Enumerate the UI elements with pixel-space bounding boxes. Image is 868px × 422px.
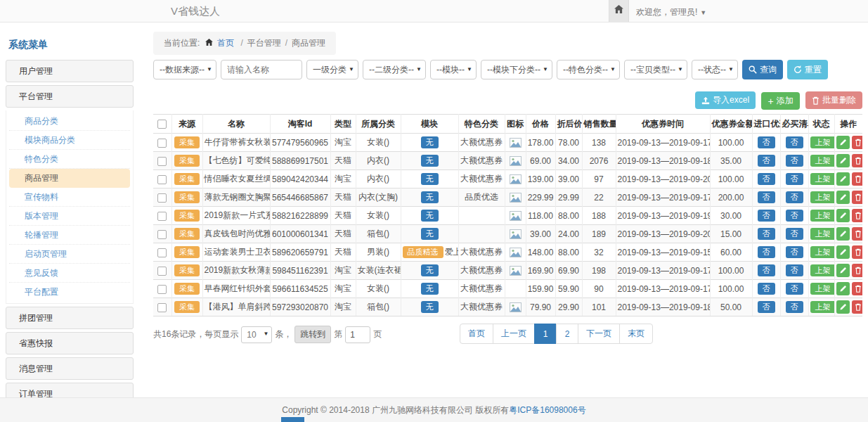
- import-select-badge[interactable]: 否: [758, 301, 775, 313]
- status-badge[interactable]: 上架: [810, 210, 835, 222]
- must-buy-badge[interactable]: 否: [786, 191, 803, 203]
- status-badge[interactable]: 上架: [810, 283, 835, 295]
- import-select-badge[interactable]: 否: [758, 210, 775, 222]
- delete-button[interactable]: [852, 172, 863, 186]
- status-badge[interactable]: 上架: [810, 173, 835, 185]
- must-buy-badge[interactable]: 否: [786, 283, 803, 295]
- sidebar-subitem[interactable]: 模块商品分类: [9, 131, 130, 150]
- must-buy-badge[interactable]: 否: [786, 246, 803, 258]
- edit-button[interactable]: [836, 191, 850, 204]
- sidebar-subitem[interactable]: 商品分类: [9, 112, 130, 131]
- import-select-badge[interactable]: 否: [758, 283, 775, 295]
- delete-button[interactable]: [852, 227, 863, 241]
- search-button[interactable]: 查询: [742, 60, 783, 79]
- jump-button[interactable]: 跳转到: [294, 326, 331, 343]
- name-search-input[interactable]: [221, 60, 302, 79]
- row-checkbox[interactable]: [157, 303, 167, 312]
- must-buy-badge[interactable]: 否: [786, 173, 803, 185]
- edit-button[interactable]: [836, 227, 850, 241]
- sidebar-subitem-active[interactable]: 商品管理: [9, 169, 130, 188]
- sidebar-panel[interactable]: 省惠快报: [6, 332, 134, 354]
- filter-select[interactable]: --模块--▼: [430, 60, 477, 79]
- delete-button[interactable]: [852, 154, 863, 167]
- must-buy-badge[interactable]: 否: [786, 155, 803, 167]
- page-button[interactable]: 上一页: [493, 324, 535, 344]
- page-number-input[interactable]: [345, 326, 370, 343]
- user-menu[interactable]: 欢迎您，管理员!▼: [636, 6, 706, 18]
- filter-select[interactable]: 一级分类▼: [306, 60, 358, 79]
- filter-select[interactable]: --模块下分类--▼: [481, 60, 552, 79]
- page-button-active[interactable]: 1: [534, 324, 557, 344]
- page-button[interactable]: 首页: [460, 324, 493, 344]
- row-checkbox[interactable]: [157, 248, 167, 257]
- must-buy-badge[interactable]: 否: [786, 264, 803, 276]
- filter-select[interactable]: --二级分类--▼: [363, 60, 426, 79]
- batch-delete-button[interactable]: 批量删除: [805, 91, 862, 109]
- icp-link[interactable]: 粤ICP备16098006号: [509, 405, 585, 415]
- filter-select[interactable]: --数据来源--▼: [153, 60, 216, 79]
- delete-button[interactable]: [852, 245, 863, 259]
- row-checkbox[interactable]: [157, 285, 167, 294]
- edit-button[interactable]: [836, 282, 850, 295]
- edit-button[interactable]: [836, 136, 850, 149]
- status-badge[interactable]: 上架: [810, 301, 835, 313]
- home-button[interactable]: [609, 0, 629, 22]
- page-button[interactable]: 末页: [619, 324, 653, 344]
- add-button[interactable]: + 添加: [761, 92, 799, 110]
- sidebar-subitem[interactable]: 意见反馈: [9, 264, 130, 283]
- import-select-badge[interactable]: 否: [758, 246, 775, 258]
- row-checkbox[interactable]: [157, 193, 167, 203]
- must-buy-badge[interactable]: 否: [786, 210, 803, 222]
- sidebar-subitem[interactable]: 版本管理: [9, 207, 130, 226]
- edit-button[interactable]: [836, 245, 850, 259]
- must-buy-badge[interactable]: 否: [786, 301, 803, 313]
- import-select-badge[interactable]: 否: [758, 191, 775, 203]
- import-select-badge[interactable]: 否: [758, 264, 775, 276]
- delete-button[interactable]: [852, 209, 863, 222]
- filter-select[interactable]: --宝贝类型--▼: [624, 60, 687, 79]
- row-checkbox[interactable]: [157, 139, 167, 148]
- row-checkbox[interactable]: [157, 212, 167, 221]
- row-checkbox[interactable]: [157, 157, 167, 166]
- delete-button[interactable]: [852, 264, 863, 277]
- sidebar-subitem[interactable]: 平台配置: [9, 283, 130, 302]
- delete-button[interactable]: [852, 282, 863, 295]
- import-select-badge[interactable]: 否: [758, 155, 775, 167]
- status-badge[interactable]: 上架: [810, 264, 835, 276]
- import-select-badge[interactable]: 否: [758, 136, 775, 148]
- sidebar-panel[interactable]: 拼团管理: [6, 307, 134, 329]
- page-button[interactable]: 下一页: [578, 324, 620, 344]
- page-button[interactable]: 2: [556, 324, 578, 344]
- edit-button[interactable]: [836, 154, 850, 167]
- edit-button[interactable]: [836, 300, 850, 314]
- reset-button[interactable]: 重置: [787, 60, 828, 79]
- status-badge[interactable]: 上架: [810, 155, 835, 167]
- delete-button[interactable]: [852, 136, 863, 149]
- import-excel-button[interactable]: 导入excel: [695, 91, 756, 109]
- sidebar-subitem[interactable]: 启动页管理: [9, 245, 130, 264]
- import-select-badge[interactable]: 否: [758, 173, 775, 185]
- must-buy-badge[interactable]: 否: [786, 136, 803, 148]
- edit-button[interactable]: [836, 264, 850, 277]
- sidebar-subitem[interactable]: 轮播管理: [9, 226, 130, 245]
- delete-button[interactable]: [852, 300, 863, 314]
- status-badge[interactable]: 上架: [810, 246, 835, 258]
- sidebar-subitem[interactable]: 宣传物料: [9, 188, 130, 207]
- status-badge[interactable]: 上架: [810, 228, 835, 240]
- sidebar-subitem[interactable]: 特色分类: [9, 150, 130, 169]
- breadcrumb-home-link[interactable]: 首页: [217, 38, 234, 48]
- must-buy-badge[interactable]: 否: [786, 228, 803, 240]
- edit-button[interactable]: [836, 172, 850, 186]
- filter-select[interactable]: --状态--▼: [692, 60, 738, 79]
- status-badge[interactable]: 上架: [810, 191, 835, 203]
- edit-button[interactable]: [836, 209, 850, 222]
- row-checkbox[interactable]: [157, 267, 167, 276]
- delete-button[interactable]: [852, 191, 863, 204]
- row-checkbox[interactable]: [157, 230, 167, 239]
- sidebar-panel[interactable]: 平台管理: [6, 85, 134, 108]
- status-badge[interactable]: 上架: [810, 136, 835, 148]
- sidebar-panel[interactable]: 消息管理: [6, 357, 134, 380]
- row-checkbox[interactable]: [157, 175, 167, 184]
- sidebar-panel[interactable]: 用户管理: [6, 60, 134, 82]
- import-select-badge[interactable]: 否: [758, 228, 775, 240]
